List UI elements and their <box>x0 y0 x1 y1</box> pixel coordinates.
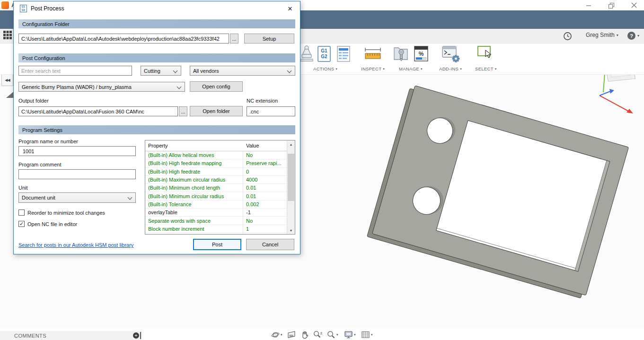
post-processor-dropdown[interactable]: Generic Burny Plasma (WADR) / burny_plas… <box>18 82 185 92</box>
help-menu[interactable]: ? ▾ <box>627 32 639 40</box>
grid-menu-icon <box>3 30 12 40</box>
close-icon <box>631 2 637 8</box>
comments-label: COMMENTS <box>14 333 46 339</box>
add-comment-icon[interactable]: + <box>133 332 139 339</box>
scroll-down-icon[interactable]: ▼ <box>287 227 295 234</box>
output-folder-browse-button[interactable]: ... <box>179 106 187 116</box>
collapse-panel-button[interactable]: ◀◀ <box>1 74 13 86</box>
zoom-button[interactable]: ± <box>313 331 323 339</box>
toolbar-group-addins[interactable]: ADD-INS▾ <box>439 66 462 71</box>
toolbar-group-inspect[interactable]: INSPECT▾ <box>361 66 385 71</box>
program-name-input[interactable] <box>18 146 136 156</box>
open-nc-checkbox[interactable]: ✓ <box>18 221 25 227</box>
table-row[interactable]: (Built-in) High feedrate0 <box>145 168 287 176</box>
machining-time-button[interactable]: % <box>414 45 429 64</box>
reorder-checkbox[interactable] <box>18 209 25 216</box>
dialog-close-button[interactable]: ✕ <box>284 3 296 14</box>
property-name: (Built-in) Minimum chord length <box>145 185 243 191</box>
help-icon: ? <box>627 32 635 40</box>
window-close-button[interactable] <box>627 1 641 9</box>
window-restore-button[interactable] <box>604 1 618 9</box>
comments-bar[interactable]: COMMENTS + <box>0 331 142 340</box>
capability-dropdown[interactable]: Cutting <box>141 66 181 76</box>
orbit-icon <box>271 331 280 339</box>
property-value: No <box>243 218 287 224</box>
unit-dropdown[interactable]: Document unit <box>18 192 136 203</box>
table-row[interactable]: Separate words with spaceNo <box>145 217 287 225</box>
table-row[interactable]: (Built-in) Minimum chord length0.01 <box>145 184 287 192</box>
setup-button[interactable]: Setup <box>244 34 294 44</box>
property-value: 1 <box>243 226 287 232</box>
scroll-up-icon[interactable]: ▲ <box>287 140 295 148</box>
reorder-checkbox-label[interactable]: Reorder to minimize tool changes <box>27 210 105 216</box>
program-comment-label: Program comment <box>18 162 61 167</box>
chevron-down-icon <box>173 69 178 73</box>
hsm-post-library-link[interactable]: Search for posts in our Autodesk HSM pos… <box>18 242 133 248</box>
post-search-input[interactable] <box>18 66 132 76</box>
panel-divider[interactable] <box>140 332 141 339</box>
svg-text:G1: G1 <box>321 48 327 53</box>
tool-library-icon <box>394 45 409 62</box>
property-name: (Built-in) Allow helical moves <box>145 152 243 158</box>
post-process-tool-button[interactable] <box>298 45 315 66</box>
post-process-icon: G1G2 <box>20 5 27 12</box>
post-process-g1g2-button[interactable]: G1 G2 <box>318 46 331 64</box>
select-tool-button[interactable] <box>477 45 494 64</box>
output-folder-input[interactable] <box>18 106 178 116</box>
toolbar-group-manage[interactable]: MANAGE▾ <box>399 66 423 71</box>
add-ins-button[interactable] <box>442 46 461 65</box>
property-table: Property Value (Built-in) Allow helical … <box>145 140 295 235</box>
dialog-titlebar[interactable]: G1G2 Post Process ✕ <box>14 1 300 16</box>
toolbar-group-actions[interactable]: ACTIONS▾ <box>313 66 337 71</box>
table-row[interactable]: (Built-in) Minimum circular radius0.01 <box>145 192 287 200</box>
chevron-down-icon: ▾ <box>336 333 338 337</box>
tool-library-button[interactable] <box>394 45 409 64</box>
table-row[interactable]: Block number increment1 <box>145 225 287 233</box>
property-value: 0.01 <box>243 185 287 191</box>
setup-sheet-button[interactable] <box>337 46 350 64</box>
model-part[interactable] <box>372 86 629 296</box>
chevron-down-icon: ▾ <box>637 34 639 38</box>
table-row[interactable]: (Built-in) Maximum circular radius4000 <box>145 176 287 184</box>
clock-icon <box>563 32 572 41</box>
grid-icon <box>362 331 370 339</box>
pan-button[interactable] <box>301 331 309 339</box>
grid-settings-button[interactable]: ▾ <box>362 331 373 339</box>
nc-extension-input[interactable] <box>247 106 295 116</box>
table-row[interactable]: (Built-in) Tolerance0.002 <box>145 201 287 209</box>
scrollbar-thumb[interactable] <box>288 154 294 201</box>
table-scrollbar[interactable]: ▲ ▼ <box>287 140 295 234</box>
property-name: (Built-in) High feedrate mapping <box>145 160 243 166</box>
window-minimize-button[interactable] <box>582 1 596 9</box>
toolbar-group-select[interactable]: SELECT▾ <box>475 66 497 71</box>
vendor-dropdown[interactable]: All vendors <box>190 66 295 76</box>
configuration-folder-input[interactable] <box>18 34 229 44</box>
property-column-header: Property <box>145 143 243 148</box>
display-settings-button[interactable]: ▾ <box>344 331 356 339</box>
table-row[interactable]: (Built-in) Allow helical movesNo <box>145 151 287 159</box>
svg-text:±: ± <box>320 331 323 335</box>
chevron-down-icon <box>177 85 182 89</box>
orbit-button[interactable]: ▾ <box>271 331 282 339</box>
data-panel-button[interactable] <box>3 30 12 42</box>
open-config-button[interactable]: Open config <box>190 81 243 92</box>
program-name-label: Program name or number <box>18 139 78 144</box>
table-row[interactable]: overlayTable-1 <box>145 209 287 217</box>
gear-icon <box>452 55 460 62</box>
look-at-icon <box>287 331 296 339</box>
unit-label: Unit <box>18 185 28 191</box>
fit-zoom-button[interactable]: ▾ <box>327 331 338 339</box>
notifications-clock-button[interactable] <box>563 32 572 41</box>
cancel-button[interactable]: Cancel <box>246 239 294 250</box>
table-row[interactable]: (Built-in) High feedrate mappingPreserve… <box>145 159 287 167</box>
configuration-folder-browse-button[interactable]: ... <box>230 34 238 44</box>
measure-button[interactable] <box>364 47 382 63</box>
minimize-icon <box>586 2 591 8</box>
look-at-button[interactable] <box>287 331 296 339</box>
program-comment-input[interactable] <box>18 169 136 179</box>
post-button[interactable]: Post <box>193 239 241 250</box>
open-nc-checkbox-label[interactable]: Open NC file in editor <box>27 221 77 227</box>
open-folder-button[interactable]: Open folder <box>190 106 243 116</box>
user-menu[interactable]: Greg Smith ▾ <box>586 32 618 38</box>
select-icon <box>477 45 494 62</box>
